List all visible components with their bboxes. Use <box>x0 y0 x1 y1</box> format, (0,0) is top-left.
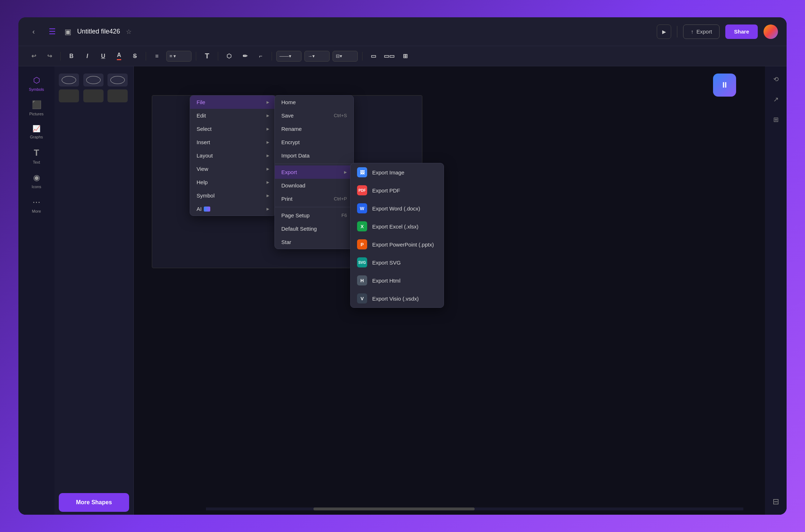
shortcut-label: Ctrl+P <box>334 196 347 201</box>
sub-menu-item-home[interactable]: Home <box>275 96 353 109</box>
export-pptx-icon: P <box>357 239 367 249</box>
sub-menu-item-encrypt[interactable]: Encrypt <box>275 136 353 149</box>
sidebar-item-symbols[interactable]: ⬡ Symbols <box>22 72 51 95</box>
menu-item-view[interactable]: View <box>190 162 276 176</box>
share-button[interactable]: Share <box>725 25 758 39</box>
star-icon[interactable]: ☆ <box>126 28 132 36</box>
shape-grid <box>59 74 129 102</box>
menu-item-file[interactable]: File <box>190 96 276 109</box>
export-item-html[interactable]: H Export Html <box>351 271 444 289</box>
export-item-svg[interactable]: SVG Export SVG <box>351 253 444 271</box>
grid-button[interactable]: ⊞ <box>399 50 412 63</box>
right-panel-icon-3[interactable]: ⊞ <box>769 112 783 127</box>
right-panel-icon-2[interactable]: ↗ <box>769 92 783 107</box>
menu-item-label: Star <box>281 239 291 245</box>
menu-item-label: Rename <box>281 126 302 132</box>
menu-item-layout[interactable]: Layout <box>190 149 276 162</box>
export-html-icon: H <box>357 275 367 285</box>
sub-menu-item-rename[interactable]: Rename <box>275 122 353 136</box>
export-item-label: Export Visio (.vsdx) <box>372 296 419 302</box>
scrollbar-thumb[interactable] <box>313 507 475 510</box>
sub-menu-item-pagesetup[interactable]: Page Setup F6 <box>275 209 353 222</box>
export-item-label: Export Image <box>372 169 404 176</box>
frame-button[interactable]: ▭ <box>367 50 380 63</box>
sidebar-item-graphs[interactable]: 📈 Graphs <box>22 121 51 143</box>
play-button[interactable]: ▶ <box>657 25 671 39</box>
menu-item-label: Save <box>281 112 294 119</box>
titlebar-left: ‹ ☰ ▣ Untitled file426 ☆ <box>27 25 657 38</box>
connector-button[interactable]: ⌐ <box>254 50 267 63</box>
menu-item-select[interactable]: Select <box>190 122 276 136</box>
export-item-pptx[interactable]: P Export PowerPoint (.pptx) <box>351 235 444 253</box>
shape-thumb[interactable] <box>107 74 128 87</box>
horizontal-scrollbar[interactable] <box>206 507 743 510</box>
shape-button[interactable]: ⬡ <box>223 50 236 63</box>
menu-item-symbol[interactable]: Symbol <box>190 189 276 202</box>
export-item-pdf[interactable]: PDF Export PDF <box>351 181 444 199</box>
list-style-select[interactable]: ⊟▾ <box>333 51 358 62</box>
export-button[interactable]: ↑ Export <box>683 25 720 39</box>
toolbar-separator <box>60 52 61 61</box>
sub-menu-item-print[interactable]: Print Ctrl+P <box>275 192 353 205</box>
right-panel-icon-1[interactable]: ⟲ <box>769 72 783 87</box>
menu-item-insert[interactable]: Insert <box>190 136 276 149</box>
italic-button[interactable]: I <box>81 50 94 63</box>
sub-menu-item-export[interactable]: Export <box>275 165 353 179</box>
shape-thumb[interactable] <box>59 89 79 102</box>
shape-panel: More Shapes <box>54 66 134 515</box>
sub-menu-item-star[interactable]: Star <box>275 235 353 249</box>
export-item-image[interactable]: 🖼 Export Image <box>351 163 444 181</box>
menu-item-edit[interactable]: Edit <box>190 109 276 122</box>
align-button[interactable]: ≡ <box>150 50 163 63</box>
line-style-select[interactable]: ——▾ <box>276 51 302 62</box>
icons-icon: ◉ <box>33 173 40 182</box>
export-item-excel[interactable]: X Export Excel (.xlsx) <box>351 217 444 235</box>
sub-menu-item-import[interactable]: Import Data <box>275 149 353 162</box>
sidebar-item-pictures[interactable]: ⬛ Pictures <box>22 97 51 120</box>
export-icon: ↑ <box>691 28 694 35</box>
sidebar-item-label: Graphs <box>30 135 43 139</box>
redo-button[interactable]: ↪ <box>43 50 56 63</box>
back-button[interactable]: ‹ <box>27 25 40 38</box>
more-shapes-button[interactable]: More Shapes <box>59 493 129 512</box>
avatar[interactable] <box>764 25 778 39</box>
menu-item-label: Encrypt <box>281 139 300 145</box>
hamburger-menu-button[interactable]: ☰ <box>46 25 59 38</box>
export-item-visio[interactable]: V Export Visio (.vsdx) <box>351 289 444 307</box>
shape-thumb[interactable] <box>83 74 104 87</box>
shape-thumb[interactable] <box>59 74 79 87</box>
frame2-button[interactable]: ▭▭ <box>383 50 396 63</box>
shape-thumb[interactable] <box>107 89 128 102</box>
menu-item-ai[interactable]: AI <box>190 202 276 216</box>
sub-menu-item-download[interactable]: Download <box>275 179 353 192</box>
align-select[interactable]: ≡ ▾ <box>166 51 192 62</box>
menu-item-label: View <box>197 166 208 172</box>
ai-badge[interactable]: II <box>713 74 736 97</box>
menu-item-label: Home <box>281 99 296 105</box>
export-item-word[interactable]: W Export Word (.docx) <box>351 199 444 217</box>
font-color-button[interactable]: A <box>113 50 126 63</box>
titlebar-right: ▶ ↑ Export Share <box>657 25 778 39</box>
undo-button[interactable]: ↩ <box>27 50 40 63</box>
export-submenu: 🖼 Export Image PDF Export PDF W Export W… <box>350 163 444 308</box>
sub-menu-item-save[interactable]: Save Ctrl+S <box>275 109 353 122</box>
underline-button[interactable]: U <box>97 50 110 63</box>
export-item-label: Export Word (.docx) <box>372 205 420 212</box>
sidebar-item-text[interactable]: T Text <box>22 144 51 168</box>
strikethrough-button[interactable]: S <box>128 50 141 63</box>
bold-button[interactable]: B <box>65 50 78 63</box>
arrow-style-select[interactable]: →▾ <box>304 51 330 62</box>
sidebar-item-icons[interactable]: ◉ Icons <box>22 169 51 192</box>
left-sidebar: ⬡ Symbols ⬛ Pictures 📈 Graphs T Text ◉ I… <box>18 66 54 515</box>
pen-button[interactable]: ✏ <box>238 50 251 63</box>
menu-item-help[interactable]: Help <box>190 176 276 189</box>
canvas-area[interactable]: ent ER Merchant Group order time Note Gr… <box>134 66 765 515</box>
text-button[interactable]: T <box>201 50 214 63</box>
sidebar-item-label: Text <box>33 160 40 164</box>
menu-item-label: Select <box>197 126 212 132</box>
sub-menu-item-default[interactable]: Default Setting <box>275 222 353 235</box>
right-panel-icon-bottom[interactable]: ⊟ <box>769 495 783 509</box>
export-item-label: Export SVG <box>372 260 401 266</box>
sidebar-item-more[interactable]: ⋯ More <box>22 194 51 217</box>
shape-thumb[interactable] <box>83 89 104 102</box>
